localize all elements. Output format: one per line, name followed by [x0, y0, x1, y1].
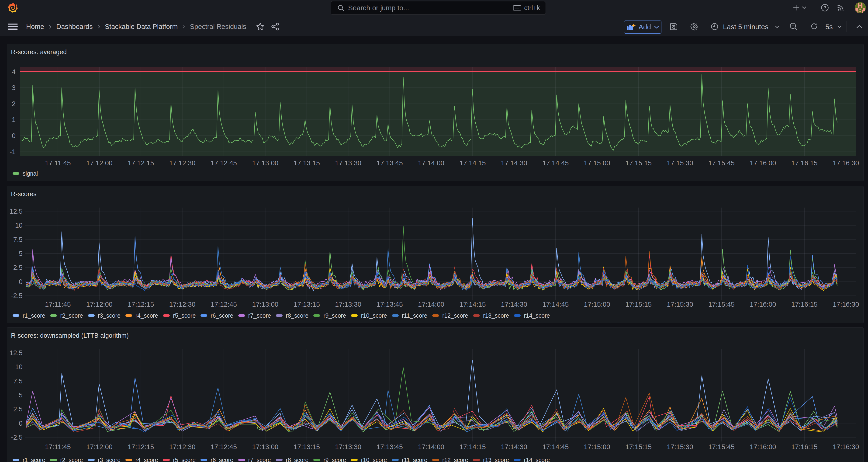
svg-text:17:15:30: 17:15:30 — [667, 443, 693, 451]
svg-text:17:14:45: 17:14:45 — [542, 159, 569, 167]
svg-text:17:13:45: 17:13:45 — [376, 301, 403, 308]
svg-text:12.5: 12.5 — [9, 349, 23, 357]
svg-text:17:13:00: 17:13:00 — [252, 301, 278, 308]
svg-text:17:14:00: 17:14:00 — [418, 159, 444, 167]
svg-text:17:13:00: 17:13:00 — [252, 443, 278, 451]
svg-text:4: 4 — [12, 68, 16, 75]
svg-text:17:15:00: 17:15:00 — [584, 301, 610, 308]
svg-text:17:12:45: 17:12:45 — [211, 301, 237, 308]
svg-text:?: ? — [824, 5, 826, 10]
svg-text:17:16:15: 17:16:15 — [791, 301, 818, 308]
svg-text:17:15:30: 17:15:30 — [667, 301, 693, 308]
svg-text:17:14:45: 17:14:45 — [542, 443, 569, 451]
svg-text:17:12:15: 17:12:15 — [128, 301, 154, 308]
svg-text:17:11:45: 17:11:45 — [45, 443, 71, 451]
svg-text:17:14:30: 17:14:30 — [501, 301, 527, 308]
svg-text:17:16:15: 17:16:15 — [791, 159, 818, 167]
svg-text:17:15:15: 17:15:15 — [625, 159, 652, 167]
svg-text:2: 2 — [12, 100, 16, 107]
svg-text:17:12:00: 17:12:00 — [86, 301, 113, 308]
svg-text:17:16:30: 17:16:30 — [833, 301, 859, 308]
svg-text:17:12:30: 17:12:30 — [169, 159, 195, 167]
svg-text:7.5: 7.5 — [13, 236, 23, 243]
svg-text:17:14:00: 17:14:00 — [418, 443, 444, 451]
svg-text:-2.5: -2.5 — [11, 434, 23, 441]
svg-text:17:13:30: 17:13:30 — [335, 443, 361, 451]
svg-text:17:16:30: 17:16:30 — [833, 443, 859, 451]
svg-text:17:12:30: 17:12:30 — [169, 443, 195, 451]
svg-text:17:11:45: 17:11:45 — [45, 301, 71, 308]
svg-text:0: 0 — [12, 132, 16, 140]
svg-text:17:14:45: 17:14:45 — [542, 301, 569, 308]
svg-text:2.5: 2.5 — [13, 405, 23, 413]
svg-text:17:14:15: 17:14:15 — [460, 301, 486, 308]
svg-text:10: 10 — [15, 221, 23, 229]
svg-text:17:15:45: 17:15:45 — [708, 443, 735, 451]
svg-text:17:16:30: 17:16:30 — [833, 159, 859, 167]
svg-text:17:13:30: 17:13:30 — [335, 301, 361, 308]
svg-text:17:15:00: 17:15:00 — [584, 159, 610, 167]
svg-text:17:13:15: 17:13:15 — [293, 301, 320, 308]
svg-text:3: 3 — [12, 84, 16, 91]
svg-text:17:15:45: 17:15:45 — [708, 301, 735, 308]
svg-text:12.5: 12.5 — [9, 208, 23, 215]
svg-text:17:15:30: 17:15:30 — [667, 159, 693, 167]
svg-text:17:16:00: 17:16:00 — [750, 443, 776, 451]
svg-text:0: 0 — [19, 278, 23, 285]
svg-text:17:13:15: 17:13:15 — [293, 443, 320, 451]
svg-text:17:16:00: 17:16:00 — [750, 301, 776, 308]
svg-text:17:16:00: 17:16:00 — [750, 159, 776, 167]
svg-text:17:12:00: 17:12:00 — [86, 159, 113, 167]
svg-text:5: 5 — [19, 391, 23, 399]
svg-text:1: 1 — [12, 116, 16, 123]
svg-text:17:12:45: 17:12:45 — [211, 159, 237, 167]
svg-text:17:15:15: 17:15:15 — [625, 443, 652, 451]
svg-text:10: 10 — [15, 363, 23, 371]
svg-text:17:15:00: 17:15:00 — [584, 443, 610, 451]
svg-text:7.5: 7.5 — [13, 377, 23, 385]
svg-text:5: 5 — [19, 250, 23, 257]
svg-text:2.5: 2.5 — [13, 264, 23, 271]
svg-text:17:14:30: 17:14:30 — [501, 443, 527, 451]
svg-text:17:15:15: 17:15:15 — [625, 301, 652, 308]
svg-text:17:13:30: 17:13:30 — [335, 159, 361, 167]
svg-text:17:13:45: 17:13:45 — [376, 443, 403, 451]
svg-text:17:13:45: 17:13:45 — [376, 159, 403, 167]
svg-text:17:12:15: 17:12:15 — [128, 159, 154, 167]
svg-text:17:14:30: 17:14:30 — [501, 159, 527, 167]
svg-text:17:12:30: 17:12:30 — [169, 301, 195, 308]
svg-text:17:14:15: 17:14:15 — [460, 443, 486, 451]
svg-text:-2.5: -2.5 — [11, 292, 23, 300]
svg-text:17:16:15: 17:16:15 — [791, 443, 818, 451]
svg-text:17:14:15: 17:14:15 — [460, 159, 486, 167]
svg-text:17:13:15: 17:13:15 — [293, 159, 320, 167]
svg-text:0: 0 — [19, 420, 23, 427]
svg-text:17:12:00: 17:12:00 — [86, 443, 113, 451]
svg-text:17:14:00: 17:14:00 — [418, 301, 444, 308]
svg-text:-1: -1 — [9, 148, 16, 156]
svg-text:17:12:45: 17:12:45 — [211, 443, 237, 451]
svg-text:17:12:15: 17:12:15 — [128, 443, 154, 451]
svg-text:17:11:45: 17:11:45 — [45, 159, 71, 167]
svg-text:17:15:45: 17:15:45 — [708, 159, 735, 167]
svg-text:17:13:00: 17:13:00 — [252, 159, 278, 167]
